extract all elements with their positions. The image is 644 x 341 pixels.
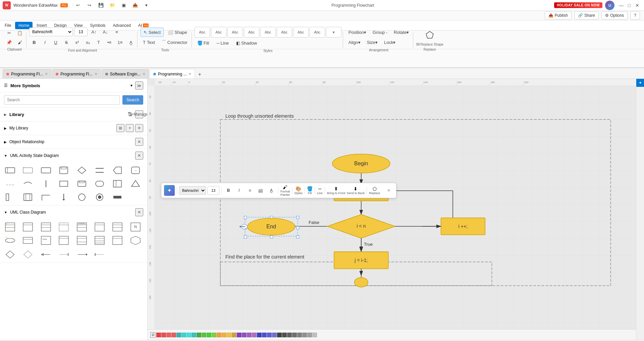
save-btn[interactable]: 💾 [96, 1, 106, 10]
uml-shape-9[interactable]: ─ ─ ─ [3, 178, 17, 190]
uml-shape-10[interactable] [20, 178, 35, 190]
cls-shape-20[interactable] [56, 248, 71, 261]
rotate-btn[interactable]: Rotate▾ [391, 27, 412, 37]
ft-replace-btn[interactable]: ⬠ Replace [369, 186, 380, 195]
palette-color[interactable] [156, 333, 161, 337]
tab-close-2[interactable]: ✕ [143, 72, 145, 76]
subscript-btn[interactable]: x₂ [83, 38, 93, 47]
manage-btn[interactable]: ✏ Manage [135, 110, 143, 118]
font-size-input[interactable] [74, 27, 88, 36]
palette-color[interactable] [262, 333, 267, 337]
add-library-btn[interactable]: ⊞ [116, 124, 124, 132]
palette-color[interactable] [307, 333, 312, 337]
uml-shape-16[interactable] [128, 178, 143, 190]
publish-btn[interactable]: 📤 Publish [545, 11, 572, 19]
cls-shape-14[interactable] [92, 234, 107, 246]
cls-shape-12[interactable] [56, 234, 71, 246]
uml-shape-12[interactable] [56, 178, 71, 190]
undo-btn[interactable]: ↩ [73, 1, 83, 10]
palette-color[interactable] [287, 333, 292, 337]
uml-shape-19[interactable] [39, 191, 53, 203]
uml-shape-5[interactable] [74, 164, 89, 176]
minimize-btn[interactable]: — [617, 1, 625, 9]
cls-shape-18[interactable] [20, 248, 35, 261]
palette-color[interactable] [312, 333, 317, 337]
palette-color[interactable] [192, 333, 196, 337]
uml-shape-22[interactable] [92, 191, 107, 203]
shape-btn[interactable]: ⬜ Shape [165, 27, 190, 37]
close-btn[interactable]: ✕ [633, 1, 641, 9]
palette-color[interactable] [227, 333, 231, 337]
palette-color[interactable] [257, 333, 262, 337]
ft-underline-ab-btn[interactable]: ab [256, 186, 265, 195]
shadow-btn[interactable]: ◧ Shadow [233, 38, 260, 48]
align-btn[interactable]: Align▾ [346, 38, 363, 47]
style-8[interactable]: Abc [310, 27, 325, 38]
uml-shape-21[interactable] [74, 191, 89, 203]
ft-underline-a-btn[interactable]: A̲ [267, 186, 276, 195]
ft-format-painter[interactable]: 🖌 Format Painter [280, 184, 290, 196]
uml-shape-17[interactable] [3, 191, 17, 203]
close-uml-activity-btn[interactable]: ✕ [135, 152, 143, 160]
font-size-up-btn[interactable]: A↑ [89, 27, 99, 37]
cls-shape-16[interactable] [128, 234, 143, 246]
tab-3[interactable]: Programming ... ✕ [150, 69, 195, 78]
style-1[interactable]: Abc [195, 27, 210, 38]
palette-color[interactable] [207, 333, 211, 337]
group-btn[interactable]: Group - [370, 27, 390, 37]
user-avatar[interactable]: U [605, 1, 614, 10]
ft-styles-btn[interactable]: 🎨 Styles [294, 186, 303, 195]
ft-bold-btn[interactable]: B [224, 186, 233, 195]
search-input[interactable] [4, 95, 120, 105]
cls-shape-8[interactable]: N [128, 221, 143, 233]
cls-shape-19[interactable] [39, 248, 53, 261]
superscript-btn[interactable]: x² [72, 38, 82, 47]
cls-shape-17[interactable] [3, 248, 17, 261]
size-btn[interactable]: Size▾ [364, 38, 380, 47]
palette-color[interactable] [272, 333, 277, 337]
tab-0[interactable]: Programming Fl... ✕ [3, 69, 51, 78]
italic-btn[interactable]: I [40, 38, 50, 47]
cls-shape-10[interactable] [20, 234, 35, 246]
tab-1[interactable]: Programming Fl... ✕ [52, 69, 101, 78]
holiday-badge[interactable]: HOLIDAY SALE ON NOW [554, 2, 602, 8]
palette-color[interactable] [166, 333, 171, 337]
tab-close-0[interactable]: ✕ [45, 72, 48, 76]
palette-color[interactable] [161, 333, 166, 337]
strikethrough-btn[interactable]: S̶ [61, 38, 71, 47]
text-btn[interactable]: T Text [140, 38, 158, 47]
style-6[interactable]: Abc [277, 27, 292, 38]
palette-color[interactable] [237, 333, 241, 337]
uml-shape-18[interactable] [20, 191, 35, 203]
palette-color[interactable] [222, 333, 226, 337]
more-btn[interactable]: ▾ [142, 1, 152, 10]
style-7[interactable]: Abc [293, 27, 309, 38]
palette-color[interactable] [197, 333, 201, 337]
uml-shape-4[interactable] [56, 164, 71, 176]
uml-shape-8[interactable]: → [128, 164, 143, 176]
cls-shape-5[interactable]: «interface» [74, 221, 89, 233]
uml-class-section[interactable]: ▼ UML Class Diagram ✕ [0, 206, 147, 219]
template-btn[interactable]: ▣ [119, 1, 129, 10]
cls-shape-11[interactable]: class [39, 234, 53, 246]
uml-shape-6[interactable] [92, 164, 107, 176]
ft-font-select[interactable]: Bahnschri [179, 186, 206, 195]
numbering-btn[interactable]: 1≡ [115, 38, 125, 47]
palette-color[interactable] [267, 333, 272, 337]
ft-fill-btn[interactable]: 🪣 Fill [307, 186, 313, 195]
uml-shape-13[interactable] [74, 178, 89, 190]
search-btn[interactable]: Search [122, 95, 143, 105]
style-5[interactable]: Abc [260, 27, 276, 38]
palette-color[interactable] [181, 333, 186, 337]
ft-italic-btn[interactable]: I [234, 186, 244, 195]
options-btn[interactable]: ⚙ Options [601, 11, 628, 19]
bold-btn[interactable]: B [29, 38, 39, 47]
uml-shape-3[interactable] [39, 164, 53, 176]
add-tab-btn[interactable]: + [196, 70, 204, 78]
style-2[interactable]: Abc [211, 27, 226, 38]
cls-shape-15[interactable] [110, 234, 125, 246]
cls-shape-2[interactable] [20, 221, 35, 233]
ft-bring-front-btn[interactable]: ⬆ Bring to Front [327, 186, 345, 195]
palette-color[interactable] [202, 333, 206, 337]
palette-color[interactable] [212, 333, 216, 337]
